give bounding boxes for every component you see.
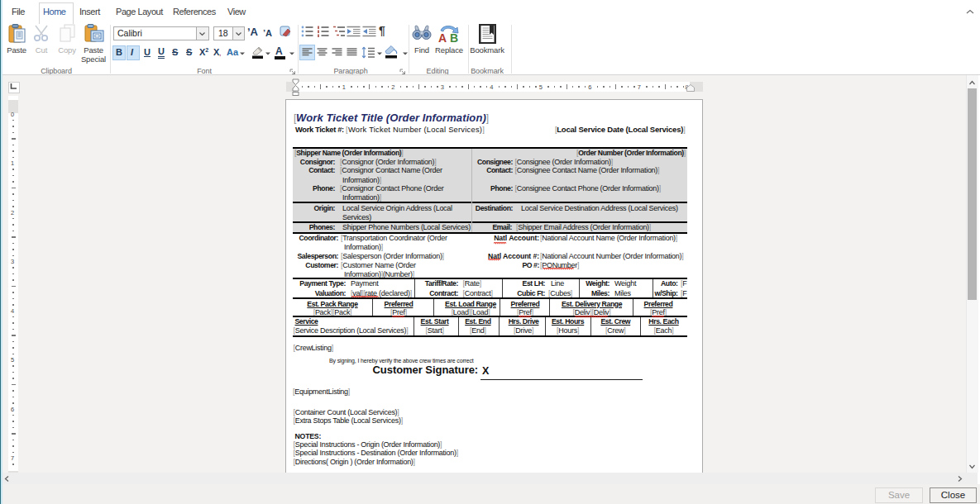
- svg-text:B: B: [450, 31, 458, 45]
- svg-text:A: A: [438, 31, 447, 45]
